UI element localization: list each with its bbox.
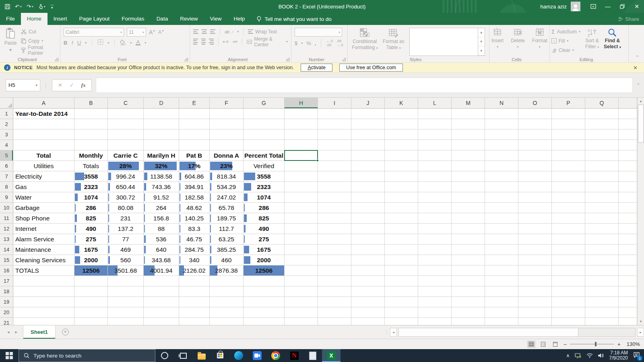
activate-button[interactable]: Activate (301, 64, 332, 72)
customize-qat-button[interactable]: —▾ (50, 4, 54, 9)
cell-N17[interactable] (485, 276, 518, 286)
row-header-3[interactable]: 3 (0, 130, 13, 140)
clear-button[interactable]: Clear▾ (551, 46, 580, 54)
cell-D17[interactable] (144, 276, 179, 286)
wifi-icon[interactable] (586, 353, 593, 358)
cell-P12[interactable] (552, 224, 585, 234)
cell-A20[interactable] (13, 307, 74, 318)
zoom-level[interactable]: 130% (625, 341, 640, 347)
cell-N8[interactable] (485, 182, 518, 192)
cell-H4[interactable] (285, 140, 318, 150)
cell-B1[interactable] (74, 109, 108, 119)
cell-P19[interactable] (552, 297, 585, 307)
cell-H16[interactable] (285, 265, 318, 276)
align-center-button[interactable] (201, 39, 206, 45)
cell-E1[interactable] (179, 109, 210, 119)
cell-N7[interactable] (485, 171, 518, 182)
italic-button[interactable]: I (71, 39, 73, 46)
percent-style-button[interactable]: % (306, 40, 311, 46)
cell-R5[interactable] (619, 150, 637, 161)
cell-N18[interactable] (485, 286, 518, 297)
cell-D16[interactable]: 4001.94 (144, 265, 179, 276)
cell-J12[interactable] (351, 224, 385, 234)
chrome-button[interactable] (266, 349, 285, 362)
cell-M17[interactable] (452, 276, 485, 286)
cell-H11[interactable] (285, 213, 318, 224)
fill-color-button[interactable] (120, 39, 126, 46)
orientation-button[interactable]: ab→ (225, 29, 234, 34)
cell-C15[interactable]: 560 (108, 255, 144, 265)
increase-font-button[interactable]: A▲ (149, 29, 155, 35)
row-header-12[interactable]: 12 (0, 224, 13, 234)
cell-A14[interactable]: Maintenance (13, 245, 74, 255)
cell-N4[interactable] (485, 140, 518, 150)
cell-H7[interactable] (285, 171, 318, 182)
cell-O2[interactable] (518, 119, 552, 130)
cell-F10[interactable]: 65.78 (210, 203, 244, 213)
cell-J15[interactable] (351, 255, 385, 265)
wrap-text-button[interactable]: Wrap Text (248, 28, 277, 35)
cell-A11[interactable]: Shop Phone (13, 213, 74, 224)
cell-H20[interactable] (285, 307, 318, 318)
fill-button[interactable]: ↓Fill▾ (551, 37, 580, 45)
share-button[interactable]: Share (618, 13, 639, 25)
insert-cells-button[interactable]: Insert▾ (489, 27, 506, 56)
cell-E7[interactable]: 604.86 (179, 171, 210, 182)
column-header-K[interactable]: K (385, 98, 418, 108)
cell-G16[interactable]: 12506 (244, 265, 285, 276)
row-header-6[interactable]: 6 (0, 161, 13, 171)
cell-H15[interactable] (285, 255, 318, 265)
cell-A6[interactable]: Utilities (13, 161, 74, 171)
cell-B13[interactable]: 275 (74, 234, 108, 245)
cell-M7[interactable] (452, 171, 485, 182)
cell-I10[interactable] (318, 203, 351, 213)
cell-J13[interactable] (351, 234, 385, 245)
cell-G14[interactable]: 1675 (244, 245, 285, 255)
cell-G6[interactable]: Verified (244, 161, 285, 171)
cell-H2[interactable] (285, 119, 318, 130)
cell-L18[interactable] (418, 286, 452, 297)
column-header-F[interactable]: F (210, 98, 244, 108)
cell-D19[interactable] (144, 297, 179, 307)
cell-K13[interactable] (385, 234, 418, 245)
cell-A1[interactable]: Year-to-Date 2014 (13, 109, 74, 119)
cell-K3[interactable] (385, 130, 418, 140)
ribbon-display-options-button[interactable] (586, 0, 601, 13)
cell-Q15[interactable] (585, 255, 619, 265)
cell-I12[interactable] (318, 224, 351, 234)
cell-P2[interactable] (552, 119, 585, 130)
cell-F2[interactable] (210, 119, 244, 130)
cell-B7[interactable]: 3558 (74, 171, 108, 182)
cell-E17[interactable] (179, 276, 210, 286)
cell-M4[interactable] (452, 140, 485, 150)
cell-C4[interactable] (108, 140, 144, 150)
camera-app-button[interactable] (248, 349, 266, 362)
column-header-N[interactable]: N (485, 98, 518, 108)
cell-Q8[interactable] (585, 182, 619, 192)
decrease-decimal-button[interactable]: .00→.0 (336, 39, 343, 47)
align-middle-button[interactable] (202, 29, 207, 34)
cell-L10[interactable] (418, 203, 452, 213)
cell-L1[interactable] (418, 109, 452, 119)
align-right-button[interactable] (209, 39, 214, 45)
cell-Q17[interactable] (585, 276, 619, 286)
column-header-G[interactable]: G (244, 98, 285, 108)
cell-I11[interactable] (318, 213, 351, 224)
cell-D18[interactable] (144, 286, 179, 297)
cell-B14[interactable]: 1675 (74, 245, 108, 255)
insert-function-icon[interactable]: fx (81, 82, 86, 88)
cell-O20[interactable] (518, 307, 552, 318)
cell-K2[interactable] (385, 119, 418, 130)
column-header-Q[interactable]: Q (585, 98, 619, 108)
user-name[interactable]: hamza aziz (540, 4, 567, 10)
cell-D20[interactable] (144, 307, 179, 318)
cell-O17[interactable] (518, 276, 552, 286)
cell-K11[interactable] (385, 213, 418, 224)
cell-L2[interactable] (418, 119, 452, 130)
cell-R2[interactable] (619, 119, 637, 130)
cell-K19[interactable] (385, 297, 418, 307)
cell-R15[interactable] (619, 255, 637, 265)
cell-D14[interactable]: 640 (144, 245, 179, 255)
cell-J3[interactable] (351, 130, 385, 140)
cell-A13[interactable]: Alarm Service (13, 234, 74, 245)
